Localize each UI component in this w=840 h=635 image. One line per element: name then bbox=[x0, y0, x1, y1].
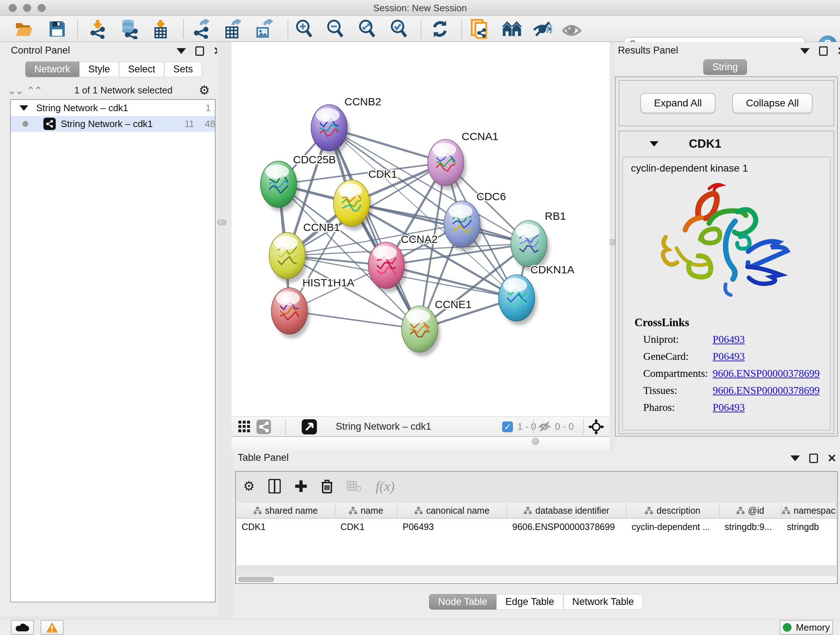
zoom-fit-icon[interactable] bbox=[357, 19, 377, 39]
warning-status-button[interactable] bbox=[41, 620, 64, 635]
collapse-panel-icon[interactable] bbox=[800, 48, 810, 54]
show-all-eye-icon[interactable] bbox=[561, 19, 582, 39]
create-column-icon[interactable] bbox=[294, 480, 308, 493]
tab-edge-table[interactable]: Edge Table bbox=[496, 594, 563, 610]
birdseye-view-icon[interactable] bbox=[300, 417, 318, 436]
crosslink-link[interactable]: 9606.ENSP00000378699 bbox=[713, 385, 820, 396]
import-network-icon[interactable] bbox=[88, 19, 108, 39]
column-header-namespac[interactable]: namespac bbox=[782, 503, 836, 518]
crosslink-link[interactable]: P06493 bbox=[713, 350, 745, 363]
table-cell[interactable]: P06493 bbox=[398, 519, 507, 535]
export-image-icon[interactable] bbox=[253, 19, 273, 39]
crosslinks-title: CrossLinks bbox=[635, 316, 689, 329]
refresh-icon[interactable] bbox=[430, 19, 450, 39]
tree-column-icon bbox=[349, 507, 357, 514]
table-cell[interactable]: stringdb:9... bbox=[720, 519, 782, 535]
crosslink-label: GeneCard: bbox=[643, 350, 689, 363]
table-cell[interactable]: cyclin-dependent ... bbox=[627, 519, 720, 535]
tab-network[interactable]: Network bbox=[25, 62, 79, 77]
zoom-in-icon[interactable] bbox=[294, 19, 314, 39]
network-node-CDKN1A[interactable]: CDKN1A bbox=[499, 264, 575, 325]
tab-style[interactable]: Style bbox=[79, 62, 119, 77]
memory-status-dot-icon bbox=[783, 623, 791, 632]
network-node-CCNA1[interactable]: CCNA1 bbox=[428, 130, 499, 190]
table-row[interactable]: CDK1CDK1P064939606.ENSP00000378699cyclin… bbox=[237, 519, 836, 535]
expand-all-tree-icon[interactable]: ⌄⌄ bbox=[7, 84, 22, 97]
show-columns-icon[interactable] bbox=[268, 479, 281, 494]
node-label-RB1: RB1 bbox=[545, 210, 566, 222]
network-graph[interactable]: CCNB2CCNA1CDC25BCDK1CDC6RB1CCNB1CCNA2CDK… bbox=[232, 42, 609, 416]
network-canvas[interactable]: CCNB2CCNA1CDC25BCDK1CDC6RB1CCNB1CCNA2CDK… bbox=[232, 42, 609, 416]
table-cell[interactable]: stringdb bbox=[782, 519, 836, 535]
float-panel-icon[interactable] bbox=[809, 454, 818, 463]
column-header-name[interactable]: name bbox=[335, 503, 398, 518]
table-cell[interactable]: CDK1 bbox=[335, 519, 398, 535]
hide-selected-eye-icon[interactable] bbox=[532, 19, 553, 39]
cloud-status-button[interactable] bbox=[11, 620, 34, 635]
column-header-@id[interactable]: @id bbox=[720, 503, 782, 518]
scrollbar-thumb[interactable] bbox=[238, 577, 274, 582]
table-container: ⚙ f(x) shared namenamecanonical namedata… bbox=[235, 471, 838, 584]
selected-checkbox-icon[interactable]: ✓ bbox=[502, 421, 513, 432]
network-node-RB1[interactable]: RB1 bbox=[511, 210, 566, 271]
close-panel-icon[interactable]: ✕ bbox=[827, 454, 836, 463]
column-header-shared-name[interactable]: shared name bbox=[237, 503, 335, 518]
network-node-CCNE1[interactable]: CCNE1 bbox=[401, 298, 472, 356]
table-options-gear-icon[interactable]: ⚙ bbox=[243, 478, 255, 494]
column-header-database-identifier[interactable]: database identifier bbox=[507, 503, 627, 518]
splitter-handle[interactable] bbox=[532, 438, 539, 445]
zoom-selected-icon[interactable] bbox=[388, 19, 409, 39]
splitter-handle[interactable] bbox=[217, 219, 226, 225]
collapse-panel-icon[interactable] bbox=[177, 48, 186, 54]
network-row-selected[interactable]: String Network – cdk1 11 48 bbox=[11, 116, 215, 132]
collapse-all-tree-icon[interactable]: ⌄⌄ bbox=[27, 84, 43, 97]
table-cell[interactable]: CDK1 bbox=[237, 519, 335, 535]
first-neighbors-icon[interactable] bbox=[502, 19, 523, 39]
gene-collapse-icon[interactable] bbox=[650, 141, 658, 147]
memory-label: Memory bbox=[796, 622, 830, 633]
crosslink-link[interactable]: 9606.ENSP00000378699 bbox=[713, 367, 820, 379]
collection-expand-icon[interactable] bbox=[19, 105, 28, 111]
expand-all-button[interactable]: Expand All bbox=[640, 93, 715, 113]
import-network-from-database-icon[interactable] bbox=[118, 19, 139, 39]
network-node-CDC25B[interactable]: CDC25B bbox=[261, 154, 336, 211]
network-view-toolbar: String Network – cdk1 ✓ 1 - 0 0 - 0 bbox=[232, 416, 609, 437]
float-panel-icon[interactable] bbox=[819, 46, 828, 56]
tab-network-table[interactable]: Network Table bbox=[563, 594, 643, 610]
export-network-icon[interactable] bbox=[191, 19, 211, 39]
open-session-icon[interactable] bbox=[14, 19, 34, 39]
delete-column-icon[interactable] bbox=[321, 479, 333, 494]
memory-button[interactable]: Memory bbox=[780, 620, 833, 635]
tab-node-table[interactable]: Node Table bbox=[429, 594, 496, 610]
vertical-splitter[interactable] bbox=[217, 42, 232, 619]
network-node-CCNB1[interactable]: CCNB1 bbox=[269, 221, 340, 283]
collection-count: 1 bbox=[205, 103, 210, 114]
close-panel-icon[interactable]: ✕ bbox=[837, 46, 840, 56]
table-cell[interactable]: 9606.ENSP00000378699 bbox=[507, 519, 627, 535]
crosslink-link[interactable]: P06493 bbox=[713, 333, 745, 345]
column-header-description[interactable]: description bbox=[627, 503, 720, 518]
collapse-all-button[interactable]: Collapse All bbox=[732, 93, 813, 113]
network-node-CCNB2[interactable]: CCNB2 bbox=[311, 96, 381, 155]
export-table-icon[interactable] bbox=[222, 19, 242, 39]
import-table-icon[interactable] bbox=[150, 19, 171, 39]
save-session-icon[interactable] bbox=[47, 19, 67, 39]
zoom-out-icon[interactable] bbox=[325, 19, 345, 39]
network-node-HIST1H1A[interactable]: HIST1H1A bbox=[271, 277, 354, 338]
crosslink-link[interactable]: P06493 bbox=[713, 402, 745, 413]
float-panel-icon[interactable] bbox=[195, 46, 204, 56]
column-header-canonical-name[interactable]: canonical name bbox=[398, 503, 507, 518]
network-collection-row[interactable]: String Network – cdk1 1 bbox=[11, 100, 215, 116]
horizontal-splitter[interactable] bbox=[232, 437, 609, 451]
collapse-panel-icon[interactable] bbox=[790, 455, 800, 461]
grid-view-icon[interactable] bbox=[237, 417, 253, 436]
network-options-gear-icon[interactable]: ⚙ bbox=[199, 83, 210, 97]
tab-sets[interactable]: Sets bbox=[164, 62, 202, 77]
table-horizontal-scrollbar[interactable] bbox=[237, 575, 836, 583]
pan-crosshair-icon[interactable] bbox=[586, 417, 606, 436]
tab-select[interactable]: Select bbox=[119, 62, 164, 77]
node-label-CCNB1: CCNB1 bbox=[303, 221, 340, 233]
string-import-icon[interactable] bbox=[470, 19, 491, 39]
tab-string[interactable]: String bbox=[703, 59, 747, 75]
network-badge-icon[interactable] bbox=[256, 417, 272, 436]
